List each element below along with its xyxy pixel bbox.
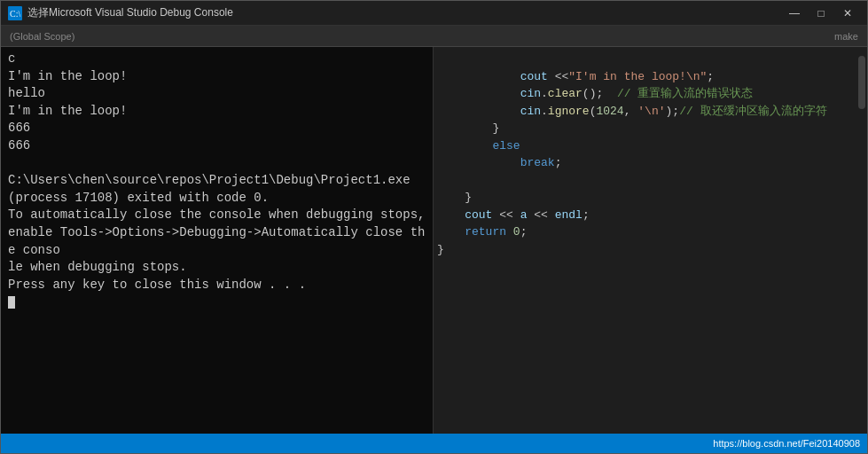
mode-label: make — [834, 31, 858, 42]
console-area: c I'm in the loop! hello I'm in the loop… — [1, 47, 867, 434]
code-line: else — [434, 137, 867, 155]
console-line: 666 — [8, 120, 426, 137]
code-line: return 0; — [434, 223, 867, 241]
code-line: } — [434, 241, 867, 259]
main-window: C:\ 选择Microsoft Visual Studio Debug Cons… — [0, 0, 868, 454]
console-line: c — [8, 51, 426, 68]
code-line: } — [434, 189, 867, 207]
code-line: cout << a << endl; — [434, 207, 867, 224]
code-scrollbar[interactable] — [856, 47, 867, 434]
maximize-button[interactable]: □ — [809, 4, 833, 22]
cursor — [8, 296, 15, 309]
console-line: I'm in the loop! — [8, 68, 426, 86]
console-press-key: Press any key to close this window . . . — [8, 277, 426, 294]
code-line: cin.ignore(1024, '\n');// 取还缓冲区输入流的字符 — [434, 103, 867, 121]
scope-label: (Global Scope) — [10, 31, 74, 42]
code-line — [434, 172, 867, 190]
svg-text:C:\: C:\ — [10, 9, 20, 19]
console-auto-close-message: To automatically close the console when … — [8, 207, 426, 276]
console-line: hello — [8, 85, 426, 103]
title-bar: C:\ 选择Microsoft Visual Studio Debug Cons… — [1, 1, 867, 26]
window-title: 选择Microsoft Visual Studio Debug Console — [27, 5, 233, 20]
minimize-button[interactable]: — — [782, 4, 807, 22]
code-line — [434, 51, 867, 68]
bottom-bar: https://blog.csdn.net/Fei20140908 — [1, 434, 867, 453]
scrollbar-thumb[interactable] — [858, 56, 865, 109]
code-line: break; — [434, 154, 867, 172]
close-button[interactable]: ✕ — [835, 4, 860, 22]
console-line — [8, 155, 426, 173]
console-cursor-line — [8, 294, 426, 311]
code-panel: cout <<"I'm in the loop!\n"; cin.clear()… — [433, 47, 867, 434]
console-line: I'm in the loop! — [8, 103, 426, 121]
code-content: cout <<"I'm in the loop!\n"; cin.clear()… — [434, 47, 867, 262]
title-bar-left: C:\ 选择Microsoft Visual Studio Debug Cons… — [8, 5, 233, 20]
console-output[interactable]: c I'm in the loop! hello I'm in the loop… — [1, 47, 433, 434]
console-exit-message: C:\Users\chen\source\repos\Project1\Debu… — [8, 172, 426, 207]
window-controls: — □ ✕ — [782, 4, 860, 22]
code-line: cin.clear(); // 重置输入流的错误状态 — [434, 85, 867, 103]
code-line: cout <<"I'm in the loop!\n"; — [434, 68, 867, 86]
console-line: 666 — [8, 137, 426, 155]
url-text: https://blog.csdn.net/Fei20140908 — [713, 438, 860, 449]
terminal-icon: C:\ — [8, 6, 22, 20]
toolbar: (Global Scope) make — [1, 26, 867, 47]
code-line: } — [434, 120, 867, 137]
